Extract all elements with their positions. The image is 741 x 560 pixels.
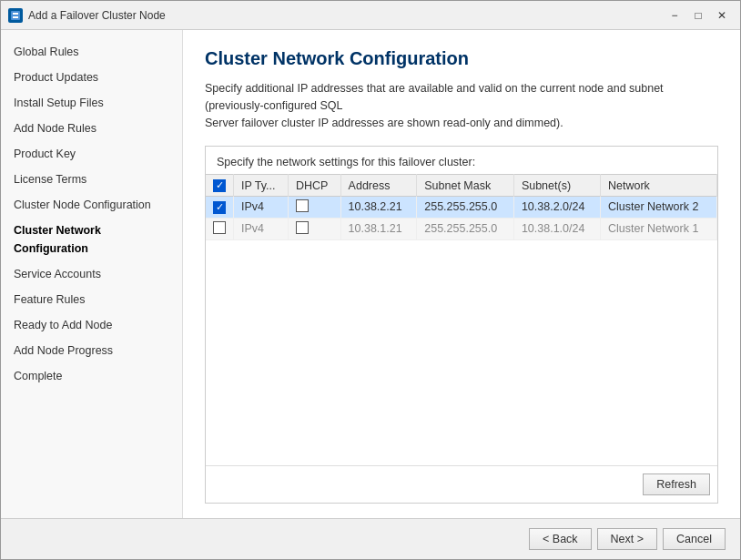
network-config-box: Specify the network settings for this fa… bbox=[205, 146, 718, 504]
network-table: ✓ IP Ty... DHCP Address Subnet Mask Subn… bbox=[206, 174, 717, 240]
main-panel: Cluster Network Configuration Specify ad… bbox=[183, 30, 740, 518]
main-window: Add a Failover Cluster Node − □ ✕ Global… bbox=[0, 0, 741, 560]
sidebar-item-feature-rules[interactable]: Feature Rules bbox=[1, 287, 182, 312]
row1-address: 10.38.2.21 bbox=[340, 196, 417, 218]
row1-subnets: 10.38.2.0/24 bbox=[513, 196, 600, 218]
header-address: Address bbox=[340, 175, 417, 197]
sidebar-item-add-node-rules[interactable]: Add Node Rules bbox=[1, 116, 182, 141]
window-title: Add a Failover Cluster Node bbox=[28, 9, 166, 22]
svg-rect-1 bbox=[13, 13, 18, 15]
header-dhcp: DHCP bbox=[288, 175, 340, 197]
page-description: Specify additional IP addresses that are… bbox=[205, 80, 718, 131]
network-prompt: Specify the network settings for this fa… bbox=[206, 147, 717, 174]
minimize-button[interactable]: − bbox=[664, 6, 685, 25]
sidebar-item-product-updates[interactable]: Product Updates bbox=[1, 65, 182, 90]
cancel-button[interactable]: Cancel bbox=[663, 528, 726, 550]
title-bar-left: Add a Failover Cluster Node bbox=[8, 8, 166, 23]
table-row: ✓ IPv4 10.38.2.21 255.255.255.0 10.38.2.… bbox=[206, 196, 717, 218]
content-area: Global Rules Product Updates Install Set… bbox=[1, 30, 740, 518]
row2-ip-type: IPv4 bbox=[234, 218, 289, 239]
header-select-all-checkbox[interactable]: ✓ bbox=[213, 179, 226, 192]
back-button[interactable]: < Back bbox=[529, 528, 592, 550]
svg-rect-2 bbox=[13, 16, 18, 18]
sidebar-item-license-terms[interactable]: License Terms bbox=[1, 167, 182, 192]
close-button[interactable]: ✕ bbox=[711, 6, 733, 25]
next-button[interactable]: Next > bbox=[597, 528, 657, 550]
sidebar-item-install-setup-files[interactable]: Install Setup Files bbox=[1, 90, 182, 116]
row1-ip-type: IPv4 bbox=[234, 196, 289, 218]
header-network: Network bbox=[601, 175, 717, 197]
sidebar-item-cluster-network-config[interactable]: Cluster Network Configuration bbox=[1, 218, 182, 261]
row2-checkbox[interactable] bbox=[213, 221, 226, 234]
row2-network: Cluster Network 1 bbox=[601, 218, 717, 239]
header-checkbox-col: ✓ bbox=[206, 175, 234, 197]
svg-rect-0 bbox=[11, 11, 20, 20]
sidebar-item-complete[interactable]: Complete bbox=[1, 363, 182, 389]
row1-dhcp-checkbox[interactable] bbox=[296, 199, 309, 212]
row1-checkbox[interactable]: ✓ bbox=[213, 201, 226, 214]
row2-subnet-mask: 255.255.255.0 bbox=[417, 218, 514, 239]
app-icon bbox=[8, 8, 23, 23]
row2-address: 10.38.1.21 bbox=[340, 218, 417, 239]
row1-dhcp bbox=[288, 196, 340, 218]
row2-subnets: 10.38.1.0/24 bbox=[513, 218, 600, 239]
row2-checkbox-cell bbox=[206, 218, 234, 239]
sidebar-item-service-accounts[interactable]: Service Accounts bbox=[1, 261, 182, 287]
table-row: IPv4 10.38.1.21 255.255.255.0 10.38.1.0/… bbox=[206, 218, 717, 239]
row1-subnet-mask: 255.255.255.0 bbox=[417, 196, 514, 218]
title-bar: Add a Failover Cluster Node − □ ✕ bbox=[1, 1, 740, 30]
row2-dhcp-checkbox[interactable] bbox=[296, 221, 309, 234]
sidebar-item-product-key[interactable]: Product Key bbox=[1, 141, 182, 167]
sidebar-item-ready-to-add-node[interactable]: Ready to Add Node bbox=[1, 312, 182, 338]
refresh-button[interactable]: Refresh bbox=[643, 473, 710, 495]
sidebar: Global Rules Product Updates Install Set… bbox=[1, 30, 183, 518]
sidebar-item-cluster-node-config[interactable]: Cluster Node Configuration bbox=[1, 192, 182, 218]
row1-checkbox-cell: ✓ bbox=[206, 196, 234, 218]
refresh-area: Refresh bbox=[206, 465, 717, 503]
row2-dhcp bbox=[288, 218, 340, 239]
row1-network: Cluster Network 2 bbox=[601, 196, 717, 218]
sidebar-item-global-rules[interactable]: Global Rules bbox=[1, 39, 182, 65]
header-subnet-mask: Subnet Mask bbox=[417, 175, 514, 197]
window-controls: − □ ✕ bbox=[664, 6, 733, 25]
header-subnets: Subnet(s) bbox=[513, 175, 600, 197]
sidebar-item-add-node-progress[interactable]: Add Node Progress bbox=[1, 338, 182, 363]
header-ip-type: IP Ty... bbox=[234, 175, 289, 197]
maximize-button[interactable]: □ bbox=[687, 6, 709, 25]
page-title: Cluster Network Configuration bbox=[205, 48, 718, 69]
bottom-bar: < Back Next > Cancel bbox=[1, 518, 740, 559]
